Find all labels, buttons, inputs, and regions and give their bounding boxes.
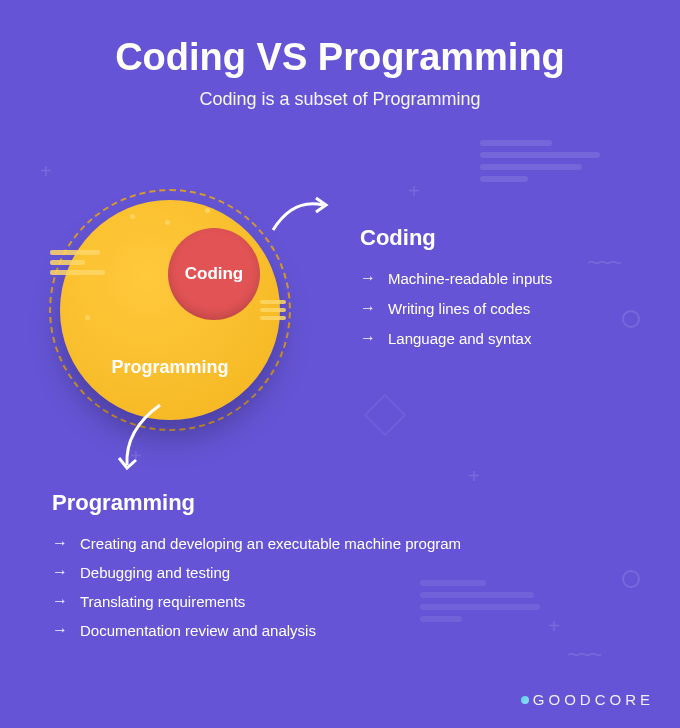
page-title: Coding VS Programming	[0, 36, 680, 79]
accent-dot-icon	[85, 315, 90, 320]
list-item: → Translating requirements	[52, 592, 461, 610]
coding-circle-label: Coding	[185, 264, 244, 284]
brand-text: GOODCORE	[533, 691, 654, 708]
bg-plus-icon: +	[40, 160, 52, 183]
bg-squiggle-icon: ~~~	[567, 642, 600, 668]
list-item-text: Debugging and testing	[80, 564, 230, 581]
list-item: → Documentation review and analysis	[52, 621, 461, 639]
bg-plus-icon: +	[408, 180, 420, 203]
arrow-right-icon: →	[52, 621, 68, 639]
arrow-right-icon: →	[52, 592, 68, 610]
page-subtitle: Coding is a subset of Programming	[0, 89, 680, 110]
list-item-text: Language and syntax	[388, 330, 531, 347]
programming-heading: Programming	[52, 490, 461, 516]
list-item: → Machine-readable inputs	[360, 269, 552, 287]
bg-squiggle-icon: ~~~	[587, 250, 620, 276]
list-item-text: Creating and developing an executable ma…	[80, 535, 461, 552]
arrow-right-icon: →	[360, 329, 376, 347]
list-item: → Language and syntax	[360, 329, 552, 347]
programming-circle: Coding Programming	[60, 200, 280, 420]
brand-dot-icon	[521, 696, 529, 704]
brand-logo: GOODCORE	[521, 691, 654, 708]
accent-dot-icon	[130, 214, 135, 219]
bg-plus-icon: +	[548, 615, 560, 638]
arrow-right-icon: →	[360, 269, 376, 287]
accent-lines-icon	[260, 300, 286, 324]
arrow-right-icon: →	[360, 299, 376, 317]
bg-plus-icon: +	[468, 465, 480, 488]
bg-ring-icon	[622, 310, 640, 328]
accent-dot-icon	[205, 208, 210, 213]
list-item: → Creating and developing an executable …	[52, 534, 461, 552]
programming-circle-label: Programming	[111, 357, 228, 378]
bg-cube-icon	[364, 394, 406, 436]
arrow-right-icon: →	[52, 563, 68, 581]
accent-dot-icon	[165, 220, 170, 225]
coding-heading: Coding	[360, 225, 552, 251]
list-item-text: Documentation review and analysis	[80, 622, 316, 639]
programming-section: Programming → Creating and developing an…	[52, 490, 461, 650]
accent-lines-icon	[50, 250, 100, 280]
list-item: → Debugging and testing	[52, 563, 461, 581]
coding-circle: Coding	[168, 228, 260, 320]
arrow-to-programming-icon	[115, 400, 175, 480]
venn-diagram: Coding Programming	[60, 200, 280, 420]
arrow-right-icon: →	[52, 534, 68, 552]
list-item-text: Translating requirements	[80, 593, 245, 610]
list-item: → Writing lines of codes	[360, 299, 552, 317]
coding-section: Coding → Machine-readable inputs → Writi…	[360, 225, 552, 359]
list-item-text: Writing lines of codes	[388, 300, 530, 317]
list-item-text: Machine-readable inputs	[388, 270, 552, 287]
bg-lines-icon	[480, 140, 600, 188]
arrow-to-coding-icon	[268, 190, 338, 240]
bg-ring-icon	[622, 570, 640, 588]
